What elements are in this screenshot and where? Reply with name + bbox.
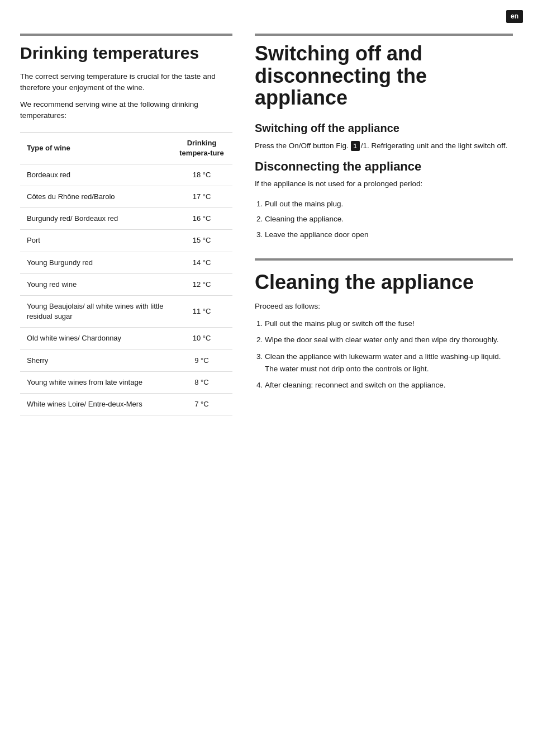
list-item: Pull out the mains plug. xyxy=(265,198,513,210)
switching-off-text-before: Press the On/Off button Fig. xyxy=(255,141,349,150)
col-header-temp: Drinking tempera-ture xyxy=(171,132,232,164)
wine-name: Young red wine xyxy=(20,273,171,295)
list-item: Cleaning the appliance. xyxy=(265,213,513,225)
switching-off-text-after: Refrigerating unit and the light switch … xyxy=(369,141,507,150)
wine-temp: 8 °C xyxy=(171,371,232,393)
wine-temp: 9 °C xyxy=(171,349,232,371)
right-divider-1 xyxy=(255,34,513,36)
switching-main-title: Switching off and disconnecting the appl… xyxy=(255,42,513,109)
switching-off-heading: Switching off the appliance xyxy=(255,120,513,136)
fig-badge: 1 xyxy=(351,141,360,152)
wine-name: Young Beaujolais/ all white wines with l… xyxy=(20,296,171,328)
wine-name: Côtes du Rhône red/Barolo xyxy=(20,186,171,208)
switching-section: Switching off and disconnecting the appl… xyxy=(255,34,513,240)
disconnecting-intro: If the appliance is not used for a prolo… xyxy=(255,178,513,190)
table-row: Bordeaux red 18 °C xyxy=(20,164,232,186)
cleaning-title: Cleaning the appliance xyxy=(255,268,513,296)
wine-temp: 15 °C xyxy=(171,230,232,252)
table-row: Port 15 °C xyxy=(20,230,232,252)
drinking-temperatures-title: Drinking temperatures xyxy=(20,44,232,63)
intro-text-1: The correct serving temperature is cruci… xyxy=(20,71,232,94)
col-header-wine: Type of wine xyxy=(20,132,171,164)
table-row: Young Beaujolais/ all white wines with l… xyxy=(20,296,232,328)
wine-temp: 11 °C xyxy=(171,296,232,328)
wine-temperature-table: Type of wine Drinking tempera-ture Borde… xyxy=(20,132,232,416)
table-row: Burgundy red/ Bordeaux red 16 °C xyxy=(20,208,232,230)
wine-name: Young Burgundy red xyxy=(20,252,171,273)
table-row: Young red wine 12 °C xyxy=(20,273,232,295)
wine-temp: 7 °C xyxy=(171,393,232,415)
cleaning-steps: Pull out the mains plug or switch off th… xyxy=(255,318,513,391)
wine-temp: 18 °C xyxy=(171,164,232,186)
wine-temp: 12 °C xyxy=(171,273,232,295)
wine-temp: 17 °C xyxy=(171,186,232,208)
wine-name: Port xyxy=(20,230,171,252)
switching-off-body: Press the On/Off button Fig. 1/1. Refrig… xyxy=(255,140,513,152)
list-item: Pull out the mains plug or switch off th… xyxy=(265,318,513,330)
disconnecting-heading: Disconnecting the appliance xyxy=(255,159,513,174)
table-row: Old white wines/ Chardonnay 10 °C xyxy=(20,328,232,349)
list-item: Clean the appliance with lukewarm water … xyxy=(265,351,513,375)
table-row: Young Burgundy red 14 °C xyxy=(20,252,232,273)
table-row: White wines Loire/ Entre-deux-Mers 7 °C xyxy=(20,393,232,415)
right-column: Switching off and disconnecting the appl… xyxy=(255,34,513,415)
list-item: After cleaning: reconnect and switch on … xyxy=(265,379,513,391)
drinking-temperatures-section: Drinking temperatures The correct servin… xyxy=(20,34,232,415)
table-row: Young white wines from late vintage 8 °C xyxy=(20,371,232,393)
list-item: Leave the appliance door open xyxy=(265,229,513,241)
table-row: Côtes du Rhône red/Barolo 17 °C xyxy=(20,186,232,208)
wine-name: Young white wines from late vintage xyxy=(20,371,171,393)
wine-name: White wines Loire/ Entre-deux-Mers xyxy=(20,393,171,415)
list-item: Wipe the door seal with clear water only… xyxy=(265,334,513,346)
left-divider xyxy=(20,34,232,36)
wine-name: Old white wines/ Chardonnay xyxy=(20,328,171,349)
language-badge: en xyxy=(506,10,523,23)
wine-temp: 10 °C xyxy=(171,328,232,349)
wine-name: Bordeaux red xyxy=(20,164,171,186)
disconnecting-steps: Pull out the mains plug.Cleaning the app… xyxy=(255,198,513,241)
wine-name: Burgundy red/ Bordeaux red xyxy=(20,208,171,230)
cleaning-section: Cleaning the appliance Proceed as follow… xyxy=(255,258,513,391)
intro-text-2: We recommend serving wine at the followi… xyxy=(20,99,232,122)
cleaning-intro: Proceed as follows: xyxy=(255,301,513,312)
wine-temp: 16 °C xyxy=(171,208,232,230)
wine-temp: 14 °C xyxy=(171,252,232,273)
wine-name: Sherry xyxy=(20,349,171,371)
fig-suffix: /1. xyxy=(361,141,369,150)
table-row: Sherry 9 °C xyxy=(20,349,232,371)
